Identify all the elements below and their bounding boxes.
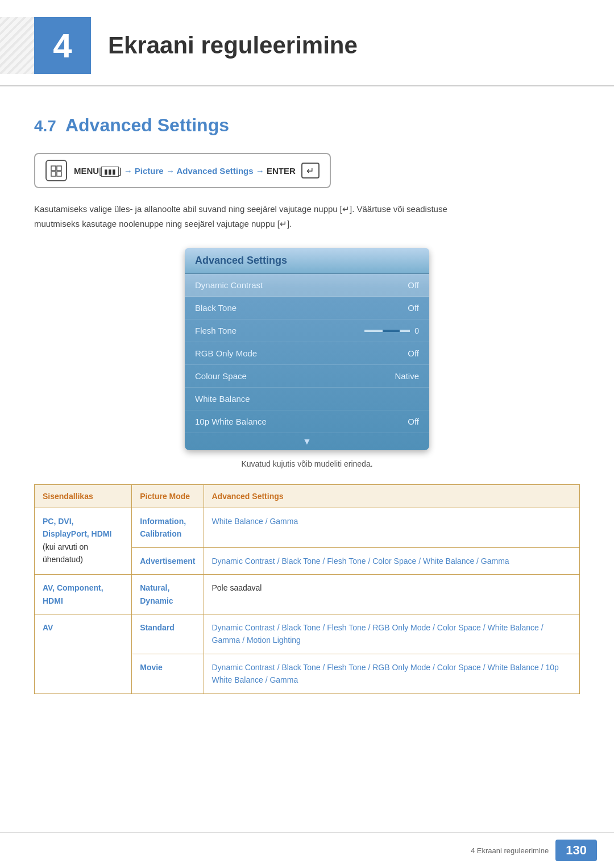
menu-path-box: MENU[▮▮▮] → Picture → Advanced Settings … xyxy=(34,153,331,188)
chapter-title: Ekraani reguleerimine xyxy=(108,32,358,59)
page-number-badge: 130 xyxy=(555,840,597,861)
table-row: AV, Component,HDMI Natural,Dynamic Pole … xyxy=(35,575,580,614)
enter-icon: ↵ xyxy=(301,163,320,178)
chapter-header: 4 Ekraani reguleerimine xyxy=(0,0,614,86)
caption-text: Kuvatud kujutis võib mudeliti erineda. xyxy=(34,459,580,468)
table-cell-input-av: AV, Component,HDMI xyxy=(35,575,132,614)
table-cell-input-av2: AV xyxy=(35,614,132,693)
settings-row-flesh-tone[interactable]: Flesh Tone 0 xyxy=(185,319,429,342)
description-text: Kasutamiseks valige üles- ja allanoolte … xyxy=(34,202,489,231)
section-title: Advanced Settings xyxy=(65,115,229,136)
svg-rect-2 xyxy=(51,172,56,176)
main-content: 4.7 Advanced Settings MENU[▮▮▮] → Pictur… xyxy=(0,92,614,717)
settings-panel-title: Advanced Settings xyxy=(185,248,429,274)
stripe-decoration xyxy=(0,17,34,74)
scroll-down-indicator: ▼ xyxy=(185,433,429,450)
page-footer: 4 Ekraani reguleerimine 130 xyxy=(0,832,614,868)
settings-row-white-balance[interactable]: White Balance xyxy=(185,388,429,410)
svg-rect-0 xyxy=(51,166,56,171)
table-cell-mode-ad: Advertisement xyxy=(132,547,204,574)
table-cell-mode-info: Information,Calibration xyxy=(132,508,204,548)
info-table: Sisendallikas Picture Mode Advanced Sett… xyxy=(34,484,580,694)
svg-rect-1 xyxy=(57,166,61,171)
table-header-settings: Advanced Settings xyxy=(204,485,580,508)
table-cell-settings-natural: Pole saadaval xyxy=(204,575,580,614)
table-cell-mode-movie: Movie xyxy=(132,654,204,693)
table-row: PC, DVI,DisplayPort, HDMI (kui arvuti on… xyxy=(35,508,580,548)
table-cell-settings-ad: Dynamic Contrast / Black Tone / Flesh To… xyxy=(204,547,580,574)
settings-panel: Advanced Settings Dynamic Contrast Off B… xyxy=(185,248,429,450)
svg-rect-3 xyxy=(57,172,61,176)
settings-panel-wrapper: Advanced Settings Dynamic Contrast Off B… xyxy=(34,248,580,450)
table-cell-mode-natural: Natural,Dynamic xyxy=(132,575,204,614)
table-header-row: Sisendallikas Picture Mode Advanced Sett… xyxy=(35,485,580,508)
table-header-input: Sisendallikas xyxy=(35,485,132,508)
footer-chapter-text: 4 Ekraani reguleerimine xyxy=(471,846,549,855)
settings-row-colour-space[interactable]: Colour Space Native xyxy=(185,365,429,388)
menu-path-text: MENU[▮▮▮] → Picture → Advanced Settings … xyxy=(74,166,296,176)
settings-row-black-tone[interactable]: Black Tone Off xyxy=(185,297,429,319)
table-cell-settings-info: White Balance / Gamma xyxy=(204,508,580,548)
table-cell-settings-movie: Dynamic Contrast / Black Tone / Flesh To… xyxy=(204,654,580,693)
flesh-tone-slider[interactable] xyxy=(364,330,410,332)
table-header-mode: Picture Mode xyxy=(132,485,204,508)
table-cell-settings-standard: Dynamic Contrast / Black Tone / Flesh To… xyxy=(204,614,580,654)
flesh-tone-slider-area: 0 xyxy=(364,326,419,335)
settings-row-10p-white-balance[interactable]: 10p White Balance Off xyxy=(185,410,429,433)
menu-icon xyxy=(45,160,67,181)
table-row: AV Standard Dynamic Contrast / Black Ton… xyxy=(35,614,580,654)
table-cell-mode-standard: Standard xyxy=(132,614,204,654)
chapter-number: 4 xyxy=(34,17,91,74)
table-cell-input-pc: PC, DVI,DisplayPort, HDMI (kui arvuti on… xyxy=(35,508,132,575)
section-number: 4.7 xyxy=(34,117,56,135)
settings-row-dynamic-contrast[interactable]: Dynamic Contrast Off xyxy=(185,274,429,297)
settings-row-rgb-only-mode[interactable]: RGB Only Mode Off xyxy=(185,342,429,365)
